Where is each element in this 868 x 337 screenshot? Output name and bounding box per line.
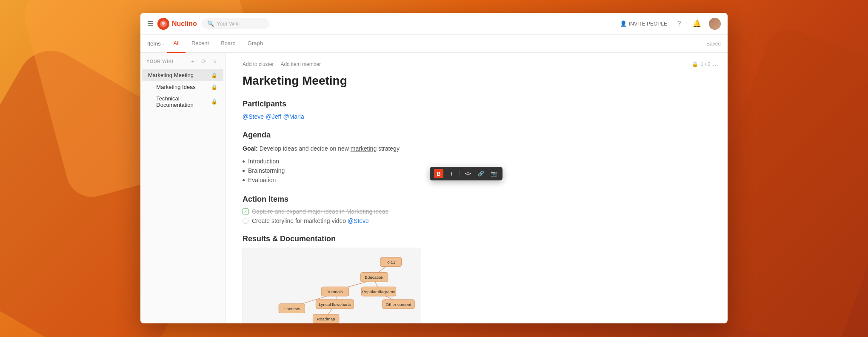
participants-heading: Participants: [243, 100, 711, 109]
doc-more-button[interactable]: ⋯: [712, 61, 719, 69]
avatar-image: [709, 18, 721, 30]
sidebar-item-marketing-ideas[interactable]: › Marketing Ideas 🔒: [142, 81, 223, 93]
sidebar-header: YOUR WIKI + ⟳ «: [140, 53, 225, 69]
doc-title: Marketing Meeting: [243, 74, 711, 88]
navbar: ☰ Nuclino 🔍 Your Wiki 👤 INVITE PEOPLE: [140, 13, 728, 35]
tab-recent[interactable]: Recent: [186, 35, 215, 53]
agenda-bullet-icon: [243, 160, 245, 163]
svg-text:Other content: Other content: [386, 302, 411, 307]
action-items-section: Action Items ✓ Capture and expand major …: [243, 195, 711, 224]
breadcrumb-items-label: Items: [147, 40, 161, 47]
format-image-button[interactable]: 📷: [489, 169, 498, 178]
breadcrumb-items[interactable]: Items ›: [147, 40, 164, 47]
logo-area: Nuclino: [157, 18, 197, 30]
sidebar-refresh-button[interactable]: ⟳: [200, 57, 208, 66]
sidebar-item-lock-icon: 🔒: [211, 72, 217, 78]
doc-area[interactable]: Add to cluster Add item member 🔒 1 / 2 ⋯…: [226, 53, 728, 323]
agenda-bullet-icon: [243, 179, 245, 181]
results-heading: Results & Documentation: [243, 234, 711, 243]
checkbox-empty-icon[interactable]: [243, 218, 248, 224]
invite-people-button[interactable]: 👤 INVITE PEOPLE: [620, 20, 667, 27]
svg-text:K-11: K-11: [386, 260, 395, 265]
action-item-1-text: Capture and expand major ideas in Market…: [252, 208, 388, 215]
add-to-cluster-button[interactable]: Add to cluster: [243, 61, 274, 67]
action-items-heading: Action Items: [243, 195, 711, 204]
svg-text:Roadmap: Roadmap: [317, 317, 335, 322]
search-bar[interactable]: 🔍 Your Wiki: [201, 18, 269, 29]
doc-nav-counter: 1 / 2: [701, 61, 711, 67]
app-window: ☰ Nuclino 🔍 Your Wiki 👤 INVITE PEOPLE: [140, 13, 728, 323]
notifications-button[interactable]: 🔔: [691, 18, 703, 30]
goal-keyword: marketing: [351, 145, 377, 152]
tab-board-label: Board: [221, 40, 236, 46]
format-divider-1: [460, 170, 460, 177]
doc-nav-lock-icon: 🔒: [692, 61, 698, 67]
tab-recent-label: Recent: [191, 40, 209, 46]
format-italic-button[interactable]: I: [447, 169, 456, 178]
tab-graph-label: Graph: [248, 40, 263, 46]
agenda-item-label: Introduction: [248, 158, 279, 165]
goal-text-before: Develop ideas and decide on new: [260, 145, 351, 152]
sidebar-item-arrow-icon: ›: [152, 85, 154, 89]
svg-text:Tutorials: Tutorials: [327, 289, 343, 294]
sidebar-item-marketing-meeting[interactable]: Marketing Meeting 🔒: [142, 69, 223, 81]
tab-all[interactable]: All: [167, 35, 185, 53]
action-item-2-mention[interactable]: @Steve: [348, 217, 369, 224]
doc-nav-current: 1: [701, 61, 704, 67]
action-item-1: ✓ Capture and expand major ideas in Mark…: [243, 208, 711, 215]
agenda-item-label: Evaluation: [248, 177, 276, 183]
participant-mention-2[interactable]: @Jeff: [266, 113, 281, 120]
checkbox-done-icon[interactable]: ✓: [243, 208, 248, 214]
action-item-1-link: Marketing ideas: [346, 208, 388, 215]
agenda-bullet-icon: [243, 170, 245, 172]
participants-section: Participants @Steve @Jeff @Maria: [243, 100, 711, 120]
sidebar-item-technical-docs[interactable]: › Technical Documentation 🔒: [142, 93, 223, 111]
graph-svg: K-11 Education Tutorials Popular diagram…: [243, 248, 421, 323]
format-toolbar: B I <> 🔗 📷: [430, 167, 503, 180]
goal-label: Goal:: [243, 145, 258, 152]
breadcrumb-arrow: ›: [163, 41, 164, 46]
sidebar-add-button[interactable]: +: [188, 57, 197, 66]
svg-text:Education: Education: [365, 275, 383, 280]
graph-container: K-11 Education Tutorials Popular diagram…: [243, 248, 421, 323]
sidebar-item-arrow-icon: ›: [152, 100, 154, 104]
participant-mention-1[interactable]: @Steve: [243, 113, 264, 120]
bell-icon: 🔔: [693, 20, 701, 28]
agenda-item-1: Introduction: [243, 157, 711, 166]
saved-status: Saved: [706, 41, 721, 47]
svg-text:Contests: Contests: [283, 306, 300, 311]
invite-icon: 👤: [620, 20, 627, 27]
add-item-member-button[interactable]: Add item member: [280, 61, 321, 67]
tab-board[interactable]: Board: [215, 35, 242, 53]
sidebar-item-lock-icon: 🔒: [211, 84, 217, 90]
help-icon: ?: [677, 20, 681, 28]
sidebar-item-lock-icon: 🔒: [211, 99, 217, 105]
format-link-button[interactable]: 🔗: [476, 169, 485, 178]
action-item-1-main-text: Capture and expand major ideas in: [252, 208, 346, 215]
tab-graph[interactable]: Graph: [242, 35, 269, 53]
hamburger-icon[interactable]: ☰: [147, 20, 153, 28]
search-placeholder: Your Wiki: [217, 20, 240, 27]
agenda-goal-text: Goal: Develop ideas and decide on new ma…: [243, 144, 711, 153]
sidebar-collapse-button[interactable]: «: [211, 57, 219, 66]
action-item-2-text: Create storyline for marketing video @St…: [252, 217, 369, 224]
invite-label: INVITE PEOPLE: [629, 21, 667, 27]
format-bold-button[interactable]: B: [434, 169, 443, 178]
help-button[interactable]: ?: [673, 18, 685, 30]
tabs-row: Items › All Recent Board Graph Saved: [140, 35, 728, 53]
nuclino-logo-icon: [157, 18, 169, 30]
tab-all-label: All: [173, 40, 179, 46]
doc-toolbar: Add to cluster Add item member 🔒 1 / 2 ⋯: [243, 61, 711, 67]
sidebar-item-label: Technical Documentation: [156, 95, 211, 108]
sidebar-actions: + ⟳ «: [188, 57, 219, 66]
agenda-item-label: Brainstorming: [248, 167, 285, 174]
sidebar: YOUR WIKI + ⟳ « Marketing Meeting 🔒 › Ma…: [140, 53, 226, 323]
format-code-button[interactable]: <>: [463, 169, 473, 178]
agenda-heading: Agenda: [243, 131, 711, 140]
sidebar-item-label: Marketing Ideas: [156, 84, 196, 90]
participant-mention-3[interactable]: @Maria: [283, 113, 304, 120]
sidebar-title: YOUR WIKI: [146, 59, 174, 64]
avatar[interactable]: [709, 18, 721, 30]
sidebar-item-label: Marketing Meeting: [148, 72, 194, 78]
search-icon: 🔍: [207, 20, 214, 27]
